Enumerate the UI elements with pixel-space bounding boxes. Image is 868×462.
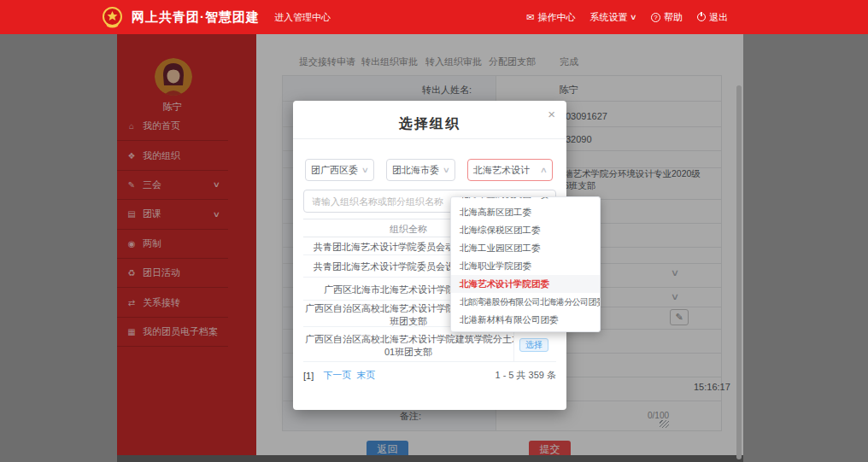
org-level-select-2[interactable]: 团北海市委∨ bbox=[386, 159, 455, 181]
dropdown-item-1[interactable]: 北海市直属机关团工委 bbox=[451, 196, 600, 203]
close-icon[interactable]: × bbox=[548, 107, 555, 121]
dropdown-item-7[interactable]: 北部湾港股份有限公司北海港分公司团委 bbox=[451, 293, 600, 311]
org-table-row-5: 广西区自治区高校北海艺术设计学院建筑学院分土木工程专业2018级01班团支部选择 bbox=[303, 327, 556, 362]
app-title: 网上共青团·智慧团建 bbox=[132, 9, 260, 26]
top-menu-item-1[interactable]: ✉操作中心 bbox=[526, 11, 575, 24]
chevron-down-icon: ∨ bbox=[630, 13, 637, 21]
modal-divider bbox=[293, 138, 566, 139]
dropdown-item-8[interactable]: 北港新材料有限公司团委 bbox=[451, 311, 600, 329]
select-value: 团北海市委 bbox=[392, 164, 439, 177]
org-dropdown-panel: 北海市直属机关团工委北海高新区团工委北海综保税区团工委北海工业园区团工委北海职业… bbox=[450, 196, 601, 332]
top-menu-item-4[interactable]: 退出 bbox=[697, 11, 728, 24]
org-level-select-1[interactable]: 团广西区委∨ bbox=[305, 159, 374, 181]
power-icon bbox=[697, 13, 706, 21]
org-name-line2: 01班团支部 bbox=[303, 346, 513, 359]
select-org-button[interactable]: 选择 bbox=[519, 338, 548, 352]
chevron-down-icon: ∨ bbox=[361, 166, 369, 174]
top-menu-label: 操作中心 bbox=[537, 11, 575, 24]
pagination: [1] 下一页 末页 1 - 5 共 359 条 bbox=[303, 369, 556, 382]
current-page: [1] bbox=[303, 371, 314, 381]
top-menu-label: 帮助 bbox=[664, 11, 683, 24]
dropdown-item-5[interactable]: 北海职业学院团委 bbox=[451, 257, 600, 275]
org-level-selects: 团广西区委∨团北海市委∨北海艺术设计∧ bbox=[305, 159, 553, 181]
last-page-link[interactable]: 末页 bbox=[356, 369, 375, 382]
top-menu-item-2[interactable]: 系统设置∨ bbox=[589, 11, 636, 24]
top-bar: 网上共青团·智慧团建 进入管理中心 ✉操作中心系统设置∨?帮助退出 bbox=[0, 0, 868, 34]
top-menu: ✉操作中心系统设置∨?帮助退出 bbox=[526, 0, 728, 34]
pagination-summary: 1 - 5 共 359 条 bbox=[495, 369, 556, 382]
select-value: 北海艺术设计 bbox=[473, 164, 530, 177]
dropdown-item-6[interactable]: 北海艺术设计学院团委 bbox=[451, 275, 600, 293]
league-emblem-logo bbox=[101, 6, 124, 29]
chevron-down-icon: ∨ bbox=[443, 166, 450, 174]
top-menu-item-3[interactable]: ?帮助 bbox=[651, 11, 683, 24]
org-level-select-3[interactable]: 北海艺术设计∧ bbox=[467, 159, 553, 181]
chevron-up-icon: ∧ bbox=[540, 166, 548, 174]
dropdown-item-2[interactable]: 北海高新区团工委 bbox=[451, 203, 600, 221]
enter-admin-center-link[interactable]: 进入管理中心 bbox=[274, 11, 331, 24]
top-menu-label: 退出 bbox=[709, 11, 728, 24]
modal-title: 选择组织 bbox=[293, 101, 566, 133]
dropdown-item-4[interactable]: 北海工业园区团工委 bbox=[451, 239, 600, 257]
mail-icon: ✉ bbox=[526, 13, 534, 22]
dropdown-item-9[interactable]: 北海出口加工区团工委 bbox=[451, 329, 600, 332]
top-menu-label: 系统设置 bbox=[589, 11, 627, 24]
screen: 网上共青团·智慧团建 进入管理中心 ✉操作中心系统设置∨?帮助退出 陈宁 ⌂我的… bbox=[0, 0, 868, 462]
select-value: 团广西区委 bbox=[311, 164, 358, 177]
next-page-link[interactable]: 下一页 bbox=[323, 369, 351, 382]
dropdown-item-3[interactable]: 北海综保税区团工委 bbox=[451, 221, 600, 239]
help-icon: ? bbox=[651, 13, 660, 22]
